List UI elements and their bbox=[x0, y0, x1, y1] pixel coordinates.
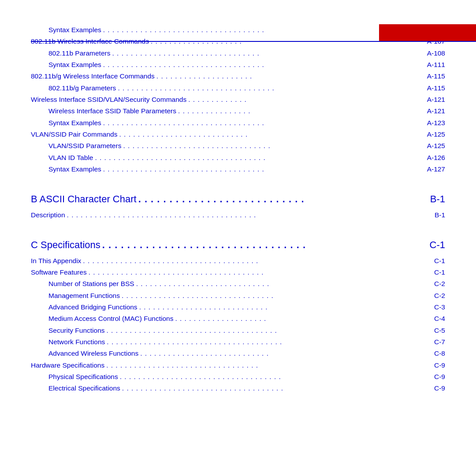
toc-row[interactable]: 802.11b/g Wireless Interface Commands . … bbox=[31, 71, 445, 82]
spacer bbox=[31, 175, 445, 181]
toc-row[interactable]: Software Features . . . . . . . . . . . … bbox=[31, 267, 445, 278]
toc-row[interactable]: Advanced Bridging Functions . . . . . . … bbox=[48, 301, 445, 313]
spacer bbox=[31, 221, 445, 227]
toc-row[interactable]: Security Functions . . . . . . . . . . .… bbox=[48, 325, 445, 336]
toc-row[interactable]: Wireless Interface SSID/VLAN/Security Co… bbox=[31, 94, 445, 105]
toc-row[interactable]: Wireless Interface SSID Table Parameters… bbox=[48, 105, 445, 117]
toc-content: Syntax Examples . . . . . . . . . . . . … bbox=[31, 24, 445, 394]
toc-row[interactable]: Syntax Examples . . . . . . . . . . . . … bbox=[48, 117, 445, 129]
page-container: Syntax Examples . . . . . . . . . . . . … bbox=[0, 24, 476, 476]
toc-row[interactable]: Medium Access Control (MAC) Functions . … bbox=[48, 313, 445, 324]
toc-row[interactable]: Hardware Specifications . . . . . . . . … bbox=[31, 360, 445, 371]
toc-row[interactable]: Syntax Examples . . . . . . . . . . . . … bbox=[48, 24, 445, 36]
toc-row[interactable]: Physical Specifications . . . . . . . . … bbox=[48, 371, 445, 383]
toc-row[interactable]: 802.11b Wireless Interface Commands . . … bbox=[31, 36, 445, 47]
toc-row[interactable]: Syntax Examples . . . . . . . . . . . . … bbox=[48, 59, 445, 71]
toc-row[interactable]: VLAN ID Table . . . . . . . . . . . . . … bbox=[48, 152, 445, 164]
toc-row[interactable]: 802.11b Parameters . . . . . . . . . . .… bbox=[48, 48, 445, 59]
section-c-header[interactable]: C Specifications . . . . . . . . . . . .… bbox=[31, 237, 445, 253]
toc-row[interactable]: VLAN/SSID Pair Commands . . . . . . . . … bbox=[31, 129, 445, 140]
toc-row[interactable]: Description . . . . . . . . . . . . . . … bbox=[31, 209, 445, 221]
toc-row[interactable]: Electrical Specifications . . . . . . . … bbox=[48, 383, 445, 394]
toc-row[interactable]: Management Functions . . . . . . . . . .… bbox=[48, 290, 445, 301]
toc-row[interactable]: Number of Stations per BSS . . . . . . .… bbox=[48, 278, 445, 290]
toc-row[interactable]: Network Functions . . . . . . . . . . . … bbox=[48, 336, 445, 348]
toc-row[interactable]: Advanced Wireless Functions . . . . . . … bbox=[48, 348, 445, 359]
section-b-header[interactable]: B ASCII Character Chart . . . . . . . . … bbox=[31, 191, 445, 207]
toc-row[interactable]: 802.11b/g Parameters . . . . . . . . . .… bbox=[48, 82, 445, 94]
toc-row[interactable]: In This Appendix . . . . . . . . . . . .… bbox=[31, 255, 445, 267]
toc-row[interactable]: VLAN/SSID Parameters . . . . . . . . . .… bbox=[48, 140, 445, 152]
toc-row[interactable]: Syntax Examples . . . . . . . . . . . . … bbox=[48, 164, 445, 175]
